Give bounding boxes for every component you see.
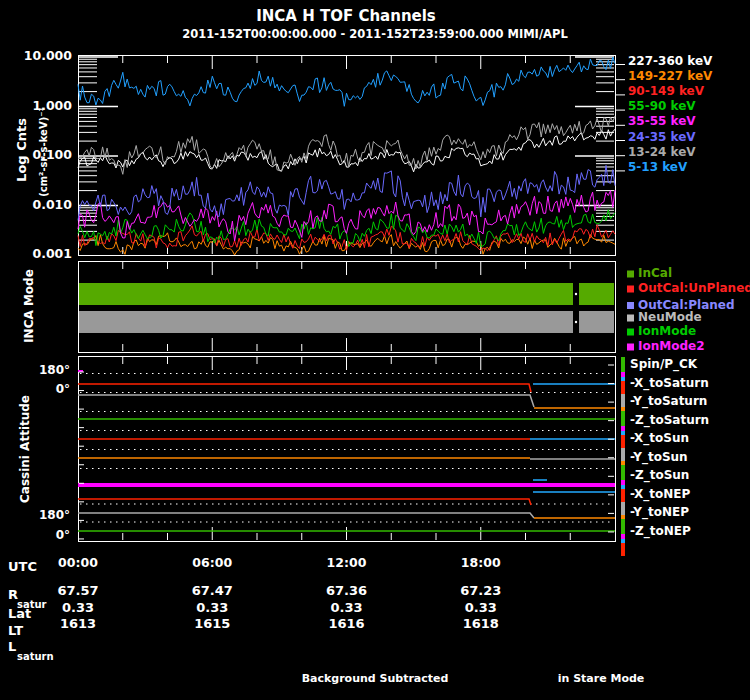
- attitude-tick-label: 0°: [0, 383, 70, 396]
- attitude-label--y-tonep: -Y_toNEP: [630, 506, 689, 519]
- attitude-label--z-tosaturn: -Z_toSaturn: [630, 414, 709, 427]
- legend-item-5-13-kev: 5-13 keV: [628, 161, 687, 174]
- mode-label-ionmode2: IonMode2: [638, 340, 705, 353]
- ephemeris-row-label-lat: Lat: [8, 607, 31, 621]
- ephemeris-row-label-lt: LT: [8, 624, 23, 638]
- mode-label-ionmode: IonMode: [638, 325, 696, 338]
- utc-tick-label: 12:00: [315, 556, 379, 570]
- attitude-tick-label: 180°: [0, 364, 70, 377]
- ephemeris-value: 0.33: [436, 601, 526, 615]
- ephemeris-value: 1616: [302, 617, 392, 631]
- attitude-axis-label: Cassini Attitude: [19, 395, 32, 503]
- counts-tick-label: 1.000: [0, 99, 72, 113]
- counts-tick-label: 10.000: [0, 49, 72, 63]
- ephemeris-value: 1613: [33, 617, 123, 631]
- stare-mode-note: in Stare Mode: [558, 673, 645, 685]
- ephemeris-value: 67.36: [302, 584, 392, 598]
- utc-tick-label: 06:00: [180, 556, 244, 570]
- ephemeris-value: 67.23: [436, 584, 526, 598]
- ephemeris-row-sub-l: saturn: [17, 651, 54, 662]
- mode-label-outcal-unplaned: OutCal:UnPlaned: [638, 282, 750, 295]
- ephemeris-row-label-l: L: [8, 640, 16, 654]
- attitude-label-spin-p-ck: Spin/P_CK: [630, 358, 697, 371]
- page-title: INCA H TOF Channels: [256, 8, 436, 25]
- attitude-label--x-tosun: -X_toSun: [630, 432, 689, 445]
- inca-tof-plot-page: INCA H TOF Channels 2011-152T00:00:00.00…: [0, 0, 750, 700]
- legend-item-149-227-kev: 149-227 keV: [628, 70, 712, 83]
- attitude-label--x-tosaturn: -X_toSaturn: [630, 377, 709, 390]
- legend-item-24-35-kev: 24-35 keV: [628, 131, 696, 144]
- attitude-tick-label: 180°: [0, 509, 70, 522]
- utc-row-label: UTC: [8, 560, 37, 574]
- ephemeris-value: 67.57: [33, 584, 123, 598]
- ephemeris-value: 67.47: [167, 584, 257, 598]
- ephemeris-value: 0.33: [302, 601, 392, 615]
- attitude-label--z-tonep: -Z_toNEP: [630, 525, 691, 538]
- ephemeris-value: 1615: [167, 617, 257, 631]
- attitude-label--x-tonep: -X_toNEP: [630, 488, 690, 501]
- legend-item-55-90-kev: 55-90 keV: [628, 100, 696, 113]
- background-subtracted-note: Background Subtracted: [302, 673, 449, 685]
- mode-axis-label: INCA Mode: [23, 269, 36, 343]
- attitude-label--z-tosun: -Z_toSun: [630, 469, 689, 482]
- utc-tick-label: 00:00: [46, 556, 110, 570]
- attitude-label--y-tosun: -Y_toSun: [630, 451, 688, 464]
- legend-item-90-149-kev: 90-149 keV: [628, 85, 704, 98]
- mode-label-neumode: NeuMode: [638, 311, 702, 324]
- legend-item-227-360-kev: 227-360 keV: [628, 55, 712, 68]
- ephemeris-value: 0.33: [167, 601, 257, 615]
- counts-tick-label: 0.100: [0, 148, 72, 162]
- counts-tick-label: 0.001: [0, 247, 72, 261]
- mode-label-incal: InCal: [638, 267, 672, 280]
- time-range-subtitle: 2011-152T00:00:00.000 - 2011-152T23:59:0…: [182, 28, 568, 41]
- utc-tick-label: 18:00: [449, 556, 513, 570]
- legend-item-13-24-kev: 13-24 keV: [628, 146, 696, 159]
- counts-tick-label: 0.010: [0, 198, 72, 212]
- attitude-label--y-tosaturn: -Y_toSaturn: [630, 395, 707, 408]
- attitude-tick-label: 0°: [0, 529, 70, 542]
- ephemeris-value: 1618: [436, 617, 526, 631]
- legend-item-35-55-kev: 35-55 keV: [628, 115, 696, 128]
